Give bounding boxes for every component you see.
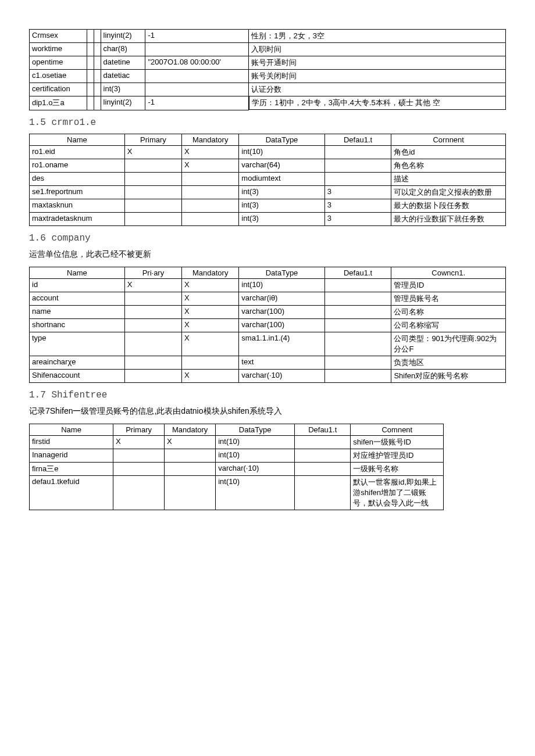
cell-primary <box>124 185 181 199</box>
cell-primary <box>87 30 94 43</box>
cell-datatype: int(10) <box>216 449 295 462</box>
header-datatype: DataType <box>239 134 324 145</box>
cell-mandatory <box>182 199 239 212</box>
cell-name: ro1.oname <box>30 159 125 172</box>
cell-default <box>145 70 249 83</box>
cell-primary <box>124 356 181 369</box>
cell-primary <box>124 305 181 318</box>
cell-datatype: varchar(·10) <box>239 369 324 382</box>
table-shifentree: Name Primary Mandatory DataType Defau1.t… <box>29 424 444 510</box>
cell-datatype: text <box>239 356 324 369</box>
cell-primary <box>87 70 94 83</box>
cell-primary <box>87 56 94 70</box>
table-company: Name Pri·ary Mandatory DataType Defau1.t… <box>29 267 506 383</box>
cell-datatype: int(3) <box>239 199 324 212</box>
cell-default <box>295 462 351 475</box>
table-row: opentimedatetine"2007O1.08 00:00:00'账号开通… <box>30 56 506 70</box>
cell-primary <box>113 475 165 510</box>
table-header-row: Name Pri·ary Mandatory DataType Defau1.t… <box>30 267 506 278</box>
header-comment: Cornnent <box>391 134 506 145</box>
cell-mandatory <box>182 185 239 199</box>
cell-default: 3 <box>324 199 391 212</box>
cell-primary: X <box>124 145 181 159</box>
cell-name: certification <box>30 83 87 96</box>
table-row: Crmsexlinyint(2)-1性别：1男，2女，3空 <box>30 30 506 43</box>
table-row: Inanageridint(10)对应维护管理员ID <box>30 449 444 462</box>
cell-mandatory <box>94 30 101 43</box>
cell-datatype: int(10) <box>239 145 324 159</box>
cell-mandatory: X <box>182 278 239 292</box>
cell-comment: 角色名称 <box>391 159 506 172</box>
table-row: ShifenaccountXvarchar(·10)Shifen对应的账号名称 <box>30 369 506 382</box>
cell-mandatory <box>165 449 216 462</box>
table-row: ro1.onameXvarchar(64)角色名称 <box>30 159 506 172</box>
cell-datatype: int(10) <box>239 278 324 292</box>
cell-comment: 认证分数 <box>249 83 506 96</box>
section-title-15: 1.5 crmro1.e <box>29 117 506 128</box>
cell-default <box>324 292 391 305</box>
table-row: defau1.tkefuidint(10)默认一世客服id,即如果上游shife… <box>30 475 444 510</box>
cell-mandatory: X <box>182 332 239 356</box>
cell-comment: 公司名称 <box>391 305 506 318</box>
cell-name: se1.freportnum <box>30 185 125 199</box>
table-row: desmodiumtext描述 <box>30 172 506 185</box>
cell-mandatory: X <box>182 318 239 332</box>
cell-datatype: varchar(·10) <box>216 462 295 475</box>
table-crmrole: Name Primary Mandatory DataType Defau1.t… <box>29 134 506 226</box>
cell-comment: 管理员账号名 <box>391 292 506 305</box>
table-row: shortnancXvarchar(100)公司名称缩写 <box>30 318 506 332</box>
cell-primary <box>124 172 181 185</box>
cell-primary: X <box>124 278 181 292</box>
cell-comment: 账号开通时间 <box>249 56 506 70</box>
header-comment: Comnent <box>351 424 444 435</box>
cell-default: -1 <box>145 96 249 110</box>
section-title-16: 1.6 company <box>29 233 506 243</box>
cell-name: firstid <box>30 435 113 449</box>
table-row: firstidXXint(10)shifen一级账号ID <box>30 435 444 449</box>
cell-datatype: varchar(100) <box>239 305 324 318</box>
cell-datatype: varchar(100) <box>239 318 324 332</box>
cell-name: shortnanc <box>30 318 125 332</box>
cell-primary <box>124 212 181 225</box>
cell-primary <box>124 369 181 382</box>
table-row: maxtradetasknumint(3)3最大的行业数据下就任务数 <box>30 212 506 225</box>
cell-comment: 入职时间 <box>249 43 506 56</box>
cell-name: id <box>30 278 125 292</box>
cell-mandatory <box>94 96 101 110</box>
cell-name: account <box>30 292 125 305</box>
header-default: Defau1.t <box>295 424 351 435</box>
cell-mandatory <box>94 70 101 83</box>
table-row: idXXint(10)管理员ID <box>30 278 506 292</box>
header-mandatory: Mandatory <box>182 134 239 145</box>
cell-default: 3 <box>324 212 391 225</box>
cell-comment: 负责地区 <box>391 356 506 369</box>
cell-name: Shifenaccount <box>30 369 125 382</box>
cell-mandatory <box>94 43 101 56</box>
cell-comment: 最大的数据卜段任务数 <box>391 199 506 212</box>
cell-datatype: datetine <box>101 56 145 70</box>
header-name: Name <box>30 134 125 145</box>
cell-datatype: int(3) <box>101 83 145 96</box>
cell-name: maxtasknun <box>30 199 125 212</box>
cell-mandatory: X <box>182 305 239 318</box>
cell-comment: 性别：1男，2女，3空 <box>249 30 506 43</box>
cell-name: worktime <box>30 43 87 56</box>
cell-default: "2007O1.08 00:00:00' <box>145 56 249 70</box>
cell-name: opentime <box>30 56 87 70</box>
table-row: areaincharχetext负责地区 <box>30 356 506 369</box>
table-row: firna三evarchar(·10)一级账号名称 <box>30 462 444 475</box>
cell-comment: 最大的行业数据下就任务数 <box>391 212 506 225</box>
cell-primary <box>87 43 94 56</box>
cell-primary <box>124 332 181 356</box>
cell-comment: Shifen对应的账号名称 <box>391 369 506 382</box>
cell-comment: 描述 <box>391 172 506 185</box>
header-mandatory: Mandatory <box>182 267 239 278</box>
cell-datatype: int(10) <box>216 475 295 510</box>
cell-datatype: varchar(64) <box>239 159 324 172</box>
cell-mandatory: X <box>182 159 239 172</box>
table-header-row: Name Primary Mandatory DataType Defau1.t… <box>30 424 444 435</box>
cell-datatype: datetiac <box>101 70 145 83</box>
cell-default <box>324 278 391 292</box>
cell-name: name <box>30 305 125 318</box>
section-desc-17: 记录7Shifen一级管理员账号的信息,此表由datnio模块从shifen系统… <box>29 406 506 417</box>
